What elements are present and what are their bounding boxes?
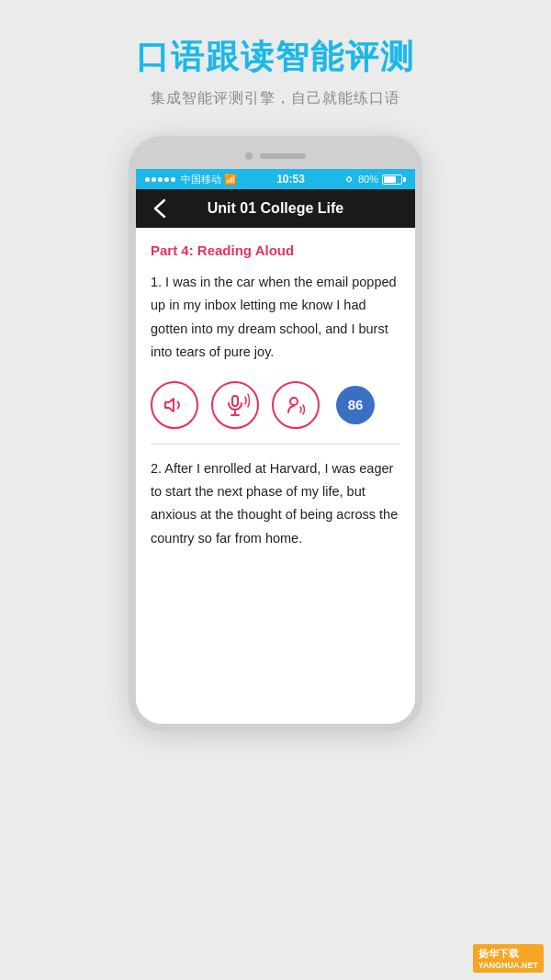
phone-container: 中国移动 📶 10:53 ⭘ 80% xyxy=(0,136,551,731)
top-section: 口语跟读智能评测 集成智能评测引擎，自己就能练口语 xyxy=(0,0,551,127)
person-sound-button[interactable] xyxy=(272,381,320,429)
svg-point-4 xyxy=(290,398,298,405)
sub-title: 集成智能评测引擎，自己就能练口语 xyxy=(0,89,551,108)
watermark: 扬华下载 YANGHUA.NET xyxy=(473,944,544,973)
svg-rect-1 xyxy=(232,396,238,406)
back-button[interactable] xyxy=(147,196,173,221)
bluetooth-icon: ⭘ xyxy=(344,174,354,185)
status-right: ⭘ 80% xyxy=(344,174,406,185)
signal-dots xyxy=(145,177,175,182)
phone-mockup: 中国移动 📶 10:53 ⭘ 80% xyxy=(129,136,422,731)
camera-dot xyxy=(245,152,253,160)
svg-marker-0 xyxy=(165,399,174,411)
nav-title: Unit 01 College Life xyxy=(173,200,378,217)
phone-top-bar xyxy=(136,143,415,169)
score-badge: 86 xyxy=(336,386,375,424)
divider xyxy=(151,444,400,445)
mic-button[interactable] xyxy=(211,381,259,429)
carrier-label: 中国移动 xyxy=(181,173,221,186)
page-background: 口语跟读智能评测 集成智能评测引擎，自己就能练口语 xyxy=(0,0,551,980)
paragraph-1: 1. I was in the car when the email poppe… xyxy=(151,271,400,365)
nav-bar: Unit 01 College Life xyxy=(136,189,415,228)
main-title: 口语跟读智能评测 xyxy=(0,35,551,80)
status-left: 中国移动 📶 xyxy=(145,173,237,186)
battery-icon xyxy=(382,175,406,185)
earpiece xyxy=(260,153,306,159)
status-bar: 中国移动 📶 10:53 ⭘ 80% xyxy=(136,169,415,189)
controls-row: 86 xyxy=(151,381,400,429)
watermark-line2: YANGHUA.NET xyxy=(478,961,538,970)
speaker-button[interactable] xyxy=(151,381,198,429)
watermark-line1: 扬华下载 xyxy=(478,948,519,959)
wifi-icon: 📶 xyxy=(224,174,237,186)
paragraph-2: 2. After I enrolled at Harvard, I was ea… xyxy=(151,457,400,551)
content-area: Part 4: Reading Aloud 1. I was in the ca… xyxy=(136,228,415,724)
status-time: 10:53 xyxy=(276,173,305,186)
part-label: Part 4: Reading Aloud xyxy=(151,242,400,258)
battery-percent: 80% xyxy=(358,174,378,185)
